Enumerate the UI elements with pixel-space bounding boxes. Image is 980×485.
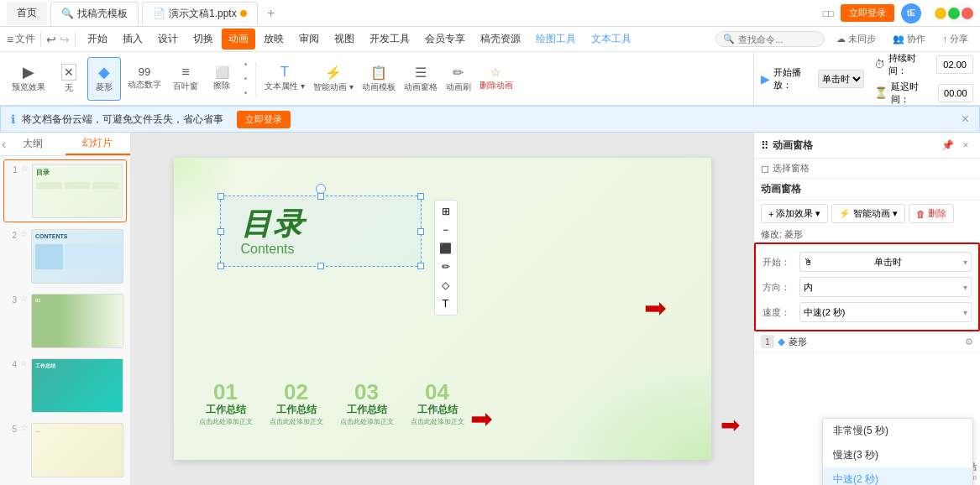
ctx-layers-icon[interactable]: ⬛ [438, 241, 453, 256]
ctx-group-icon[interactable]: ⊞ [438, 204, 453, 219]
add-tab-button[interactable]: + [261, 3, 281, 23]
menu-start[interactable]: 开始 [81, 29, 114, 50]
search-input[interactable] [738, 34, 822, 44]
text-attr-button[interactable]: T 文本属性 ▾ [261, 63, 308, 94]
info-login-button[interactable]: 立即登录 [237, 111, 291, 128]
login-button[interactable]: 立即登录 [841, 4, 894, 22]
ctx-text-icon[interactable]: T [438, 296, 453, 311]
menu-view[interactable]: 视图 [328, 29, 361, 50]
none-anim-button[interactable]: ✕ 无 [52, 57, 86, 101]
delete-btn[interactable]: 🗑 删除 [909, 204, 954, 223]
close-button[interactable] [962, 8, 973, 19]
sidebar-nav-left[interactable]: ‹ [2, 137, 6, 152]
slide-items-row: 01 工作总结 点击此处添加正文 02 工作总结 点击此处添加正文 03 工作总… [199, 381, 464, 426]
menu-text-tools[interactable]: 文本工具 [584, 29, 638, 50]
file-menu[interactable]: 文件 [15, 32, 35, 46]
redo-button[interactable]: ↪ [60, 33, 70, 46]
delete-anim-button[interactable]: ☆ 删除动画 [476, 64, 516, 93]
mid-handle-bottom[interactable] [317, 263, 324, 269]
menu-playback[interactable]: 放映 [257, 29, 291, 50]
anim-brush-button[interactable]: ✏ 动画刷 [443, 63, 474, 95]
duration-label: 持续时间： [888, 52, 933, 77]
anim-action-icon-1[interactable]: ⚙ [965, 336, 973, 347]
playback-select[interactable]: 单击时 [818, 70, 864, 88]
menu-animate[interactable]: 动画 [222, 29, 255, 50]
menu-insert[interactable]: 插入 [116, 29, 149, 50]
slide-item-4[interactable]: 4 ☆ 工作总结 [3, 355, 127, 416]
delay-value[interactable]: 00.00 [938, 84, 973, 102]
info-close-button[interactable]: × [962, 112, 969, 127]
slide-item-5[interactable]: 5 ☆ ... [3, 420, 127, 481]
corner-handle-tr[interactable] [417, 193, 424, 200]
slide-item-1[interactable]: 1 ☆ 目录 [3, 159, 127, 222]
outline-nav-item[interactable]: 大纲 [0, 133, 66, 155]
mid-handle-right[interactable] [417, 228, 424, 235]
menu-vip[interactable]: 会员专享 [418, 29, 472, 50]
panel-close-icon[interactable]: × [958, 138, 973, 153]
speed-select[interactable]: 中速(2 秒) ▾ [799, 302, 972, 322]
menu-review[interactable]: 审阅 [292, 29, 326, 50]
slide-star-2[interactable]: ☆ [20, 229, 28, 238]
slide-star-3[interactable]: ☆ [20, 294, 28, 303]
undo-button[interactable]: ↩ [46, 33, 56, 46]
collab-action[interactable]: 👥 协作 [888, 31, 930, 47]
wps-tab[interactable]: 🔍 找稿壳模板 [50, 2, 139, 25]
anim-list-item-1[interactable]: 1 ◆ 菱形 ⚙ [754, 331, 980, 352]
ctx-diamond-icon[interactable]: ◇ [438, 278, 453, 293]
expand-button[interactable] [240, 57, 250, 101]
main-layout: ‹ 大纲 幻灯片 1 ☆ 目录 [0, 133, 980, 485]
slide-title[interactable]: 目录 [241, 204, 305, 245]
blinds-anim-button[interactable]: ≡ 百叶窗 [168, 57, 203, 101]
ctx-minus-icon[interactable]: − [438, 222, 453, 237]
dynamic-anim-button[interactable]: 99 动态数字 [123, 57, 166, 101]
slides-nav-item[interactable]: 幻灯片 [66, 133, 131, 155]
sync-action[interactable]: ☁ 未同步 [831, 31, 881, 47]
anim-window-button[interactable]: ☰ 动画窗格 [401, 63, 441, 95]
smart-anim-button[interactable]: ⚡ 智能动画 ▾ [310, 63, 357, 95]
mid-handle-left[interactable] [217, 228, 224, 235]
erase-anim-button[interactable]: ⬜ 擦除 [205, 57, 238, 101]
diamond-anim-button[interactable]: ◆ 菱形 [87, 57, 121, 101]
mid-handle-top[interactable] [317, 193, 324, 200]
ctx-edit-icon[interactable]: ✏ [438, 259, 453, 274]
share-action[interactable]: ↑ 分享 [937, 31, 973, 47]
corner-handle-bl[interactable] [217, 263, 224, 269]
menu-design[interactable]: 设计 [151, 29, 185, 50]
corner-handle-br[interactable] [417, 263, 424, 269]
slide-star-4[interactable]: ☆ [20, 358, 28, 368]
smart-anim-btn[interactable]: ⚡ 智能动画 ▾ [831, 204, 905, 223]
slide-item-3[interactable]: 3 ☆ 01 [3, 290, 127, 352]
panel-header-icons: 📌 × [940, 138, 973, 153]
window-layout-icon[interactable]: □□ [823, 8, 834, 18]
preview-button[interactable]: ▶ 预览效果 [7, 57, 50, 101]
duration-value[interactable]: 02.00 [936, 55, 973, 74]
add-effect-button[interactable]: + 添加效果 ▾ [761, 204, 828, 223]
home-tab[interactable]: 首页 [7, 2, 47, 25]
menu-resources[interactable]: 稿壳资源 [474, 29, 527, 50]
user-avatar[interactable]: tE [901, 3, 921, 23]
maximize-button[interactable] [948, 8, 960, 19]
speed-option-medium[interactable]: 中速(2 秒) [823, 467, 972, 485]
speed-option-slow[interactable]: 慢速(3 秒) [823, 443, 972, 467]
slide-contents-text[interactable]: Contents [241, 242, 295, 257]
slide-star-1[interactable]: ☆ [21, 164, 29, 173]
item-num-4: 04 [411, 381, 464, 403]
menu-switch[interactable]: 切换 [186, 29, 220, 50]
direction-select[interactable]: 内 ▾ [799, 277, 972, 297]
speed-option-very-slow[interactable]: 非常慢(5 秒) [823, 419, 972, 443]
pptx-tab[interactable]: 📄 演示文稿1.pptx [142, 2, 258, 25]
minimize-button[interactable] [935, 8, 946, 19]
anim-template-button[interactable]: 📋 动画模板 [359, 63, 399, 95]
slide-star-5[interactable]: ☆ [20, 423, 28, 432]
search-box[interactable]: 🔍 [715, 31, 825, 47]
corner-handle-tl[interactable] [217, 193, 224, 200]
erase-icon: ⬜ [215, 66, 229, 78]
menu-draw-tools[interactable]: 绘图工具 [529, 29, 583, 50]
hamburger-menu[interactable]: ≡ 文件 [7, 32, 35, 46]
menu-devtools[interactable]: 开发工具 [363, 29, 417, 50]
panel-pin-icon[interactable]: 📌 [940, 138, 955, 153]
slide-item-2[interactable]: 2 ☆ CONTENTS [3, 226, 127, 287]
start-select[interactable]: 🖱 单击时 ▾ [799, 252, 972, 272]
pptx-dot [240, 10, 247, 17]
item-title-1: 工作总结 [199, 403, 253, 417]
